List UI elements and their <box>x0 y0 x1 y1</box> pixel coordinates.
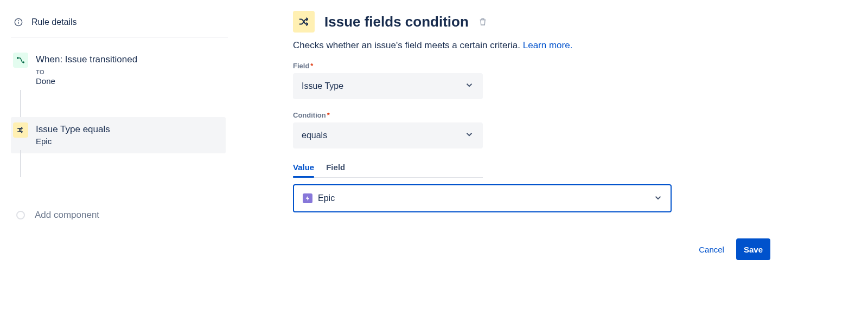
cancel-button[interactable]: Cancel <box>691 238 732 260</box>
add-component-dot-icon <box>16 211 25 219</box>
info-icon <box>14 18 23 27</box>
field-label-text: Field <box>293 62 309 70</box>
field-select-value: Issue Type <box>302 81 343 91</box>
svg-point-3 <box>17 57 18 59</box>
rule-details-row[interactable]: Rule details <box>11 11 228 37</box>
condition-body: Issue Type equals Epic <box>36 122 110 146</box>
required-star-icon: * <box>327 111 330 119</box>
condition-step[interactable]: Issue Type equals Epic <box>11 117 226 153</box>
trigger-title: When: Issue transitioned <box>36 54 137 66</box>
condition-select[interactable]: equals <box>293 122 483 148</box>
add-component-button[interactable]: Add component <box>11 177 228 221</box>
rule-details-label: Rule details <box>31 17 77 27</box>
condition-label: Condition* <box>293 111 749 119</box>
chevron-down-icon <box>653 193 663 204</box>
learn-more-link[interactable]: Learn more. <box>523 40 573 50</box>
trigger-step[interactable]: When: Issue transitioned TO Done <box>11 47 228 93</box>
value-select[interactable]: Epic <box>293 184 672 212</box>
add-component-label: Add component <box>35 210 99 221</box>
value-select-left: Epic <box>303 193 335 203</box>
svg-point-4 <box>23 62 24 63</box>
tab-value[interactable]: Value <box>293 160 314 177</box>
chevron-down-icon <box>464 80 474 92</box>
epic-icon <box>303 193 312 203</box>
svg-point-2 <box>18 21 19 21</box>
save-button[interactable]: Save <box>736 238 770 260</box>
panel-title: Issue fields condition <box>324 14 469 30</box>
value-select-value: Epic <box>318 193 335 203</box>
condition-select-value: equals <box>302 131 327 140</box>
condition-title: Issue Type equals <box>36 124 110 135</box>
trigger-sub-value: Done <box>36 76 137 86</box>
trigger-body: When: Issue transitioned TO Done <box>36 53 137 86</box>
form-actions: Cancel Save <box>293 238 770 260</box>
condition-icon <box>13 122 28 138</box>
tab-field[interactable]: Field <box>326 160 345 177</box>
required-star-icon: * <box>310 62 313 70</box>
condition-sub-value: Epic <box>36 137 110 146</box>
panel-description: Checks whether an issue's field meets a … <box>293 40 749 51</box>
condition-config-panel: Issue fields condition Checks whether an… <box>239 11 814 330</box>
trash-icon[interactable] <box>478 17 487 26</box>
description-text: Checks whether an issue's field meets a … <box>293 40 523 50</box>
chevron-down-icon <box>464 130 474 141</box>
trigger-sub-label: TO <box>36 69 137 75</box>
rule-chain: When: Issue transitioned TO Done Issue T… <box>11 47 228 221</box>
panel-header: Issue fields condition <box>293 11 749 33</box>
field-select[interactable]: Issue Type <box>293 73 483 99</box>
trigger-icon <box>13 53 28 68</box>
shuffle-icon <box>293 11 315 33</box>
rule-chain-sidebar: Rule details When: Issue transitioned TO… <box>11 11 239 330</box>
comparison-tabs: Value Field <box>293 160 483 178</box>
condition-label-text: Condition <box>293 111 326 119</box>
field-label: Field* <box>293 62 749 70</box>
